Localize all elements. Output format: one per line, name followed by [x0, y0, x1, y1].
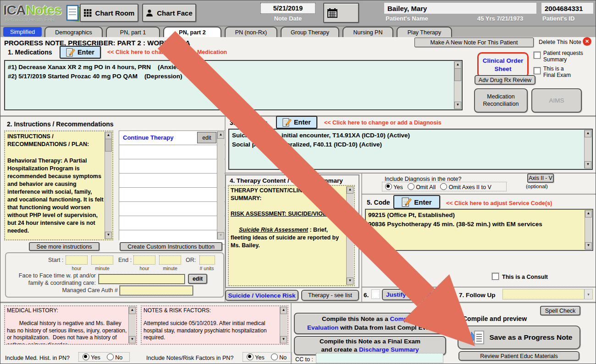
diagnosis-box[interactable]: Suicide attempt, initial encounter, T14.…: [228, 129, 593, 170]
scroll-up-icon[interactable]: ▲: [129, 307, 136, 314]
scroll-up-icon[interactable]: ▲: [105, 132, 112, 139]
instruction-row[interactable]: [119, 188, 225, 202]
axis-ii-v-button[interactable]: Axis II - V: [527, 174, 554, 183]
scroll-up-icon[interactable]: ▲: [585, 210, 592, 217]
scroll-up-icon[interactable]: ▲: [280, 307, 287, 314]
scroll-down-icon[interactable]: ▼: [454, 102, 461, 109]
scroll-up-icon[interactable]: ▲: [454, 61, 461, 69]
adv-drug-rx-review-button[interactable]: Adv Drug Rx Review: [475, 75, 535, 85]
scroll-down-icon[interactable]: ▼: [585, 161, 591, 168]
chart-room-button[interactable]: Chart Room: [80, 4, 138, 22]
medical-history-box[interactable]: MEDICAL HISTORY: Medical history is nega…: [4, 305, 137, 345]
tab-pn-non-rx[interactable]: PN (non-Rx): [225, 27, 277, 37]
radio-option-omit-all[interactable]: Omit All: [408, 183, 436, 190]
instructions-textarea[interactable]: INSTRUCTIONS / RECOMMENDATIONS / PLAN: B…: [4, 130, 113, 240]
instruction-row[interactable]: [119, 202, 225, 216]
managed-care-input[interactable]: [120, 286, 193, 295]
radio-option-yes[interactable]: Yes: [385, 183, 403, 190]
tab-group-therapy[interactable]: Group Therapy: [281, 27, 339, 37]
patient-requests-summary-checkbox[interactable]: [534, 52, 541, 59]
units-input[interactable]: [199, 255, 215, 265]
spell-check-button[interactable]: Spell Check: [540, 306, 580, 315]
follow-up-dropdown[interactable]: ▾: [502, 289, 593, 299]
chevron-down-icon: ▾: [584, 289, 592, 299]
scroll-up-icon[interactable]: ▲: [217, 131, 224, 139]
code-box[interactable]: 99215 (Office Pt, Established) 90836 Psy…: [365, 209, 593, 251]
therapy-see-list-button[interactable]: Therapy - see list: [301, 290, 359, 301]
instruction-row[interactable]: [119, 216, 225, 230]
edit-button[interactable]: edit: [197, 132, 216, 143]
patient-name-field[interactable]: Bailey, Mary: [384, 3, 536, 14]
compile-final-exam-button[interactable]: Compile this Note as a Final Exam and cr…: [294, 336, 446, 355]
notes-risk-factors-box[interactable]: NOTES & RISK FACTORS: Attempted suicide …: [141, 305, 288, 345]
justify-checkbox[interactable]: [371, 289, 380, 299]
scrollbar-thumb[interactable]: [454, 68, 461, 81]
scrollbar-thumb[interactable]: [105, 139, 112, 152]
face-to-face-input[interactable]: [99, 274, 185, 284]
code-enter-button[interactable]: Enter: [393, 195, 440, 209]
scroll-down-icon[interactable]: ▼: [585, 242, 592, 250]
save-progress-note-button[interactable]: Save as a Progress Note: [458, 326, 580, 349]
medical-history-scrollbar[interactable]: ▲ ▼: [128, 307, 136, 343]
end-hour-input[interactable]: [133, 255, 155, 265]
scroll-down-icon[interactable]: ▼: [105, 232, 112, 239]
notes-risk-scrollbar[interactable]: ▲ ▼: [280, 307, 287, 343]
note-date-field[interactable]: 5/21/2019: [260, 3, 315, 14]
risk-assessment-label: Suicide Risk Assessment: [239, 227, 308, 233]
see-more-instructions-button[interactable]: See more instructions: [29, 242, 99, 251]
scroll-down-icon[interactable]: ▼: [129, 336, 136, 343]
patient-id-field[interactable]: 2004684331: [541, 3, 593, 14]
radio-option-no[interactable]: No: [271, 353, 287, 361]
medication-reconciliation-button[interactable]: Medication Reconciliation: [474, 88, 528, 113]
medications-enter-button[interactable]: Enter: [60, 46, 101, 59]
instructions-scrollbar[interactable]: ▲ ▼: [105, 132, 112, 239]
chart-face-button[interactable]: Chart Face: [142, 4, 196, 22]
review-patient-educ-button[interactable]: Review Patient Educ Materials: [458, 351, 579, 361]
diagnosis-enter-button[interactable]: Enter: [276, 116, 317, 129]
compile-complete-eval-button[interactable]: Compile this Note as a Complete Evaluati…: [294, 313, 446, 334]
scroll-up-icon[interactable]: ▲: [585, 130, 591, 137]
tab-simplified[interactable]: Simplified: [3, 27, 42, 37]
tab-play-therapy[interactable]: Play Therapy: [397, 27, 452, 37]
final-exam-checkbox[interactable]: [534, 67, 541, 74]
cc-to-input[interactable]: [316, 353, 443, 363]
start-minute-input[interactable]: [91, 255, 113, 265]
end-minute-input[interactable]: [159, 255, 181, 265]
scroll-down-icon[interactable]: ▼: [217, 232, 224, 239]
radio-option-omit-axes[interactable]: Omit Axes II to V: [440, 183, 491, 190]
radio-option-no[interactable]: No: [107, 353, 122, 361]
scroll-down-icon[interactable]: ▼: [347, 277, 353, 285]
suicide-violence-risk-button[interactable]: Suicide / Violence Risk: [225, 290, 298, 301]
consult-checkbox[interactable]: [492, 273, 499, 280]
tab-pn-part-1[interactable]: PN, part 1: [106, 27, 160, 37]
scroll-down-icon[interactable]: ▼: [280, 336, 287, 343]
instruction-row[interactable]: [119, 145, 225, 159]
tab-pn-part-2[interactable]: PN, part 2: [163, 27, 221, 37]
justify-level-of-care-button[interactable]: Justify Level of Care: [382, 289, 451, 300]
delete-note-x-icon[interactable]: ✕: [583, 37, 591, 46]
radio-option-yes[interactable]: Yes: [247, 353, 265, 361]
therapy-textarea[interactable]: THERAPY CONTENT/CLINICAL SUMMARY: RISK A…: [228, 185, 355, 286]
instruction-row[interactable]: [119, 174, 225, 188]
scroll-up-icon[interactable]: ▲: [347, 186, 353, 194]
create-custom-instructions-button[interactable]: Create Custom Instructions button: [120, 242, 222, 251]
aims-button[interactable]: AIMS: [531, 88, 582, 113]
radio-option-yes[interactable]: Yes: [83, 353, 100, 361]
clinical-order-sheet-button[interactable]: Clinical Order Sheet: [477, 52, 529, 78]
start-hour-input[interactable]: [66, 255, 88, 265]
code-scrollbar[interactable]: ▲ ▼: [585, 210, 592, 250]
instructions-list-scrollbar[interactable]: ▲ ▼: [217, 131, 224, 239]
hour-label: hour: [66, 266, 88, 271]
calendar-button[interactable]: [323, 3, 359, 23]
tab-nursing-pn[interactable]: Nursing PN: [342, 27, 393, 37]
medications-scrollbar[interactable]: ▲ ▼: [454, 61, 461, 109]
instruction-row[interactable]: Continue Therapy edit: [119, 131, 225, 145]
face-edit-button[interactable]: edit: [188, 274, 207, 284]
medications-box[interactable]: #1) Decrease Xanax XR 2 mg PO in 4 hours…: [4, 60, 463, 110]
instruction-item-label: Continue Therapy: [123, 134, 174, 141]
instruction-row[interactable]: [119, 159, 225, 174]
diagnosis-scrollbar[interactable]: ▲ ▼: [584, 130, 591, 168]
therapy-scrollbar[interactable]: ▲ ▼: [346, 186, 353, 285]
tab-demographics[interactable]: Demographics: [44, 27, 103, 37]
make-new-note-button[interactable]: Make A New Note For This Patient: [414, 38, 534, 47]
